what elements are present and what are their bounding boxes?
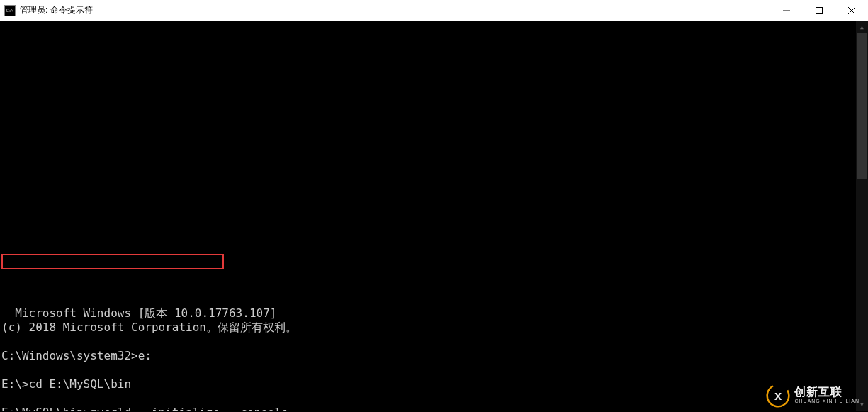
minimize-button[interactable] [770,0,803,21]
terminal-output[interactable]: Microsoft Windows [版本 10.0.17763.107] (c… [0,21,868,411]
watermark: X 创新互联 CHUANG XIN HU LIAN [766,384,859,408]
close-button[interactable] [835,0,868,21]
watermark-subtext: CHUANG XIN HU LIAN [794,398,859,404]
svg-text:X: X [774,390,782,402]
output-line: C:\Windows\system32>e: [1,349,152,362]
output-line: (c) 2018 Microsoft Corporation。保留所有权利。 [1,321,297,334]
output-line: Microsoft Windows [版本 10.0.17763.107] [15,306,276,320]
scroll-track[interactable] [856,33,868,399]
scroll-up-arrow[interactable]: ▲ [856,21,868,33]
scroll-thumb[interactable] [857,33,867,179]
maximize-button[interactable] [803,0,835,21]
watermark-logo-icon: X [766,384,790,408]
highlight-annotation [1,254,224,269]
output-line: E:\>cd E:\MySQL\bin [1,377,131,391]
window-title: 管理员: 命令提示符 [20,4,93,16]
vertical-scrollbar[interactable]: ▲ ▼ [856,21,868,411]
window-controls [770,0,868,21]
app-icon: C:\ [4,5,16,16]
output-line: E:\MySQL\bin>mysqld --initialize --conso… [1,406,288,411]
window-titlebar: C:\ 管理员: 命令提示符 [0,0,868,21]
watermark-text: 创新互联 [794,386,859,398]
svg-rect-1 [816,7,823,13]
